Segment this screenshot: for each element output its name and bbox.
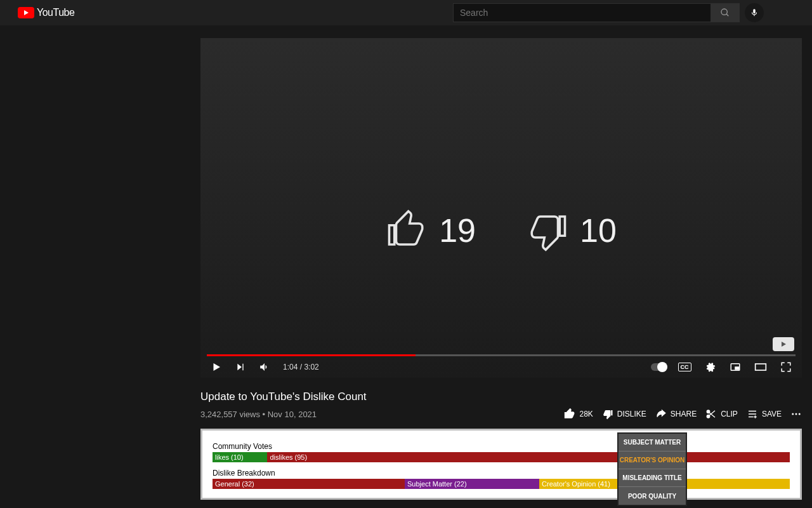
player-like-display: 19 bbox=[386, 210, 476, 251]
thumbs-down-icon bbox=[527, 210, 568, 251]
clip-icon bbox=[705, 408, 717, 420]
mic-icon bbox=[750, 8, 759, 17]
svg-point-9 bbox=[799, 413, 801, 415]
search-button[interactable] bbox=[710, 3, 740, 22]
captions-icon: CC bbox=[678, 363, 691, 371]
video-player[interactable]: 19 10 bbox=[200, 38, 802, 378]
search-input[interactable] bbox=[453, 3, 710, 22]
dropdown-item[interactable]: POOR QUALITY bbox=[619, 487, 686, 505]
thumbs-down-icon bbox=[602, 408, 613, 420]
youtube-logo-text: YouTube bbox=[37, 7, 74, 18]
more-button[interactable] bbox=[790, 408, 802, 420]
voice-search-button[interactable] bbox=[745, 3, 764, 22]
player-overlay-content: 19 10 bbox=[200, 210, 802, 251]
share-button[interactable]: SHARE bbox=[655, 408, 697, 420]
svg-line-1 bbox=[726, 14, 728, 16]
community-vote-panel: Community Votes likes (10)dislikes (95) … bbox=[200, 429, 802, 500]
volume-icon bbox=[259, 361, 270, 373]
share-icon bbox=[655, 408, 667, 420]
vote-segment: General (32) bbox=[213, 479, 405, 489]
clip-button[interactable]: CLIP bbox=[705, 408, 738, 420]
dislike-label: DISLIKE bbox=[617, 410, 646, 418]
search-bar bbox=[453, 3, 764, 22]
content-area: 19 10 bbox=[200, 25, 812, 500]
dropdown-item[interactable]: CREATOR'S OPINION bbox=[619, 451, 686, 469]
fullscreen-icon bbox=[780, 361, 792, 373]
miniplayer-button[interactable] bbox=[727, 359, 743, 375]
vote-segment: likes (10) bbox=[213, 452, 267, 462]
player-controls: 1:04 / 3:02 CC bbox=[200, 356, 802, 378]
svg-point-0 bbox=[721, 9, 727, 15]
community-votes-bar: likes (10)dislikes (95) bbox=[213, 452, 790, 462]
action-bar: 28K DISLIKE SHARE CLIP SAVE bbox=[564, 408, 802, 420]
like-count-label: 28K bbox=[579, 410, 593, 418]
share-label: SHARE bbox=[671, 410, 697, 418]
time-display: 1:04 / 3:02 bbox=[283, 363, 319, 371]
player-dislike-count: 10 bbox=[580, 211, 617, 250]
thumbs-up-icon bbox=[564, 408, 575, 420]
svg-rect-4 bbox=[756, 364, 766, 370]
youtube-play-icon bbox=[18, 7, 34, 18]
youtube-badge-icon bbox=[779, 341, 788, 347]
miniplayer-badge[interactable] bbox=[773, 337, 794, 351]
volume-button[interactable] bbox=[256, 359, 273, 375]
save-button[interactable]: SAVE bbox=[747, 408, 782, 420]
play-button[interactable] bbox=[208, 359, 225, 375]
svg-rect-3 bbox=[735, 367, 738, 370]
video-meta: 3,242,557 views • Nov 10, 2021 bbox=[200, 410, 317, 419]
svg-point-8 bbox=[796, 413, 797, 415]
settings-button[interactable] bbox=[702, 359, 718, 375]
dislike-breakdown-bar: General (32)Subject Matter (22)Creator's… bbox=[213, 479, 790, 489]
search-icon bbox=[720, 8, 730, 18]
save-icon bbox=[747, 408, 758, 420]
youtube-logo[interactable]: YouTube bbox=[18, 7, 74, 18]
vote-segment: Subject Matter (22) bbox=[405, 479, 539, 489]
theater-icon bbox=[754, 363, 767, 371]
player-dislike-display: 10 bbox=[527, 210, 617, 251]
player-like-count: 19 bbox=[439, 211, 476, 250]
save-label: SAVE bbox=[762, 410, 782, 418]
captions-button[interactable]: CC bbox=[676, 359, 693, 375]
gear-icon bbox=[704, 361, 716, 373]
dropdown-item[interactable]: SUBJECT MATTER bbox=[619, 434, 686, 451]
header-bar: YouTube bbox=[0, 0, 812, 25]
clip-label: CLIP bbox=[721, 410, 738, 418]
miniplayer-icon bbox=[730, 361, 741, 373]
next-icon bbox=[235, 362, 246, 372]
dislike-breakdown-label: Dislike Breakdown bbox=[213, 469, 790, 478]
like-button[interactable]: 28K bbox=[564, 408, 593, 420]
svg-point-7 bbox=[792, 413, 794, 415]
main-content: 19 10 bbox=[0, 25, 812, 500]
dropdown-item[interactable]: MISLEADING TITLE bbox=[619, 469, 686, 487]
more-icon bbox=[790, 408, 802, 420]
sidebar bbox=[0, 25, 200, 500]
next-button[interactable] bbox=[232, 359, 249, 375]
autoplay-toggle[interactable] bbox=[651, 359, 667, 375]
video-meta-row: 3,242,557 views • Nov 10, 2021 28K DISLI… bbox=[200, 408, 802, 420]
thumbs-up-icon bbox=[386, 210, 428, 251]
dislike-button[interactable]: DISLIKE bbox=[602, 408, 646, 420]
vote-segment: dislikes (95) bbox=[267, 452, 790, 462]
fullscreen-button[interactable] bbox=[778, 359, 794, 375]
video-title: Update to YouTube's Dislike Count bbox=[200, 391, 812, 403]
community-votes-label: Community Votes bbox=[213, 442, 790, 451]
play-icon bbox=[211, 361, 222, 373]
theater-button[interactable] bbox=[752, 359, 769, 375]
dislike-reason-dropdown: SUBJECT MATTERCREATOR'S OPINIONMISLEADIN… bbox=[617, 432, 687, 506]
